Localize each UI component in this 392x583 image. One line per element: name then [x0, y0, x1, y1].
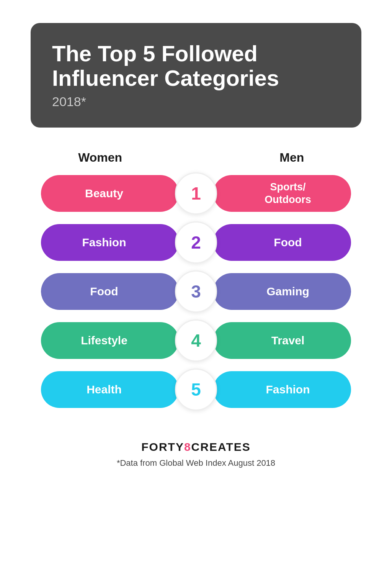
rank-row-5: Health 5 Fashion [31, 368, 361, 411]
rank-number-2: 2 [175, 221, 217, 264]
footnote: *Data from Global Web Index August 2018 [117, 458, 275, 468]
column-headers: Women Men [31, 151, 361, 165]
chart-area: Women Men Beauty 1 Sports/Outdoors Fashi… [31, 151, 361, 418]
brand-eight: 8 [184, 441, 191, 453]
rank-row-3: Food 3 Gaming [31, 270, 361, 313]
rank-number-5: 5 [175, 368, 217, 411]
sub-title: 2018* [52, 94, 340, 109]
brand-name: FORTY8CREATES [141, 441, 250, 454]
women-category-1: Beauty [41, 175, 179, 212]
main-title: The Top 5 Followed Influencer Categories [52, 41, 340, 90]
men-category-3: Gaming [213, 273, 351, 310]
rank-number-1: 1 [175, 172, 217, 215]
footer: FORTY8CREATES *Data from Global Web Inde… [117, 441, 275, 468]
women-category-5: Health [41, 371, 179, 408]
women-category-3: Food [41, 273, 179, 310]
men-category-4: Travel [213, 322, 351, 359]
rank-row-4: Lifestyle 4 Travel [31, 319, 361, 362]
rank-row-1: Beauty 1 Sports/Outdoors [31, 172, 361, 215]
women-category-2: Fashion [41, 224, 179, 261]
men-category-2: Food [213, 224, 351, 261]
men-category-1: Sports/Outdoors [213, 175, 351, 212]
women-header: Women [31, 151, 170, 165]
men-category-5: Fashion [213, 371, 351, 408]
rank-number-3: 3 [175, 270, 217, 313]
brand-part1: FORTY [141, 441, 184, 453]
header-spacer [170, 151, 222, 165]
rank-number-4: 4 [175, 319, 217, 362]
brand-part2: CREATES [191, 441, 251, 453]
women-category-4: Lifestyle [41, 322, 179, 359]
men-header: Men [222, 151, 361, 165]
rank-row-2: Fashion 2 Food [31, 221, 361, 264]
title-box: The Top 5 Followed Influencer Categories… [31, 23, 361, 128]
